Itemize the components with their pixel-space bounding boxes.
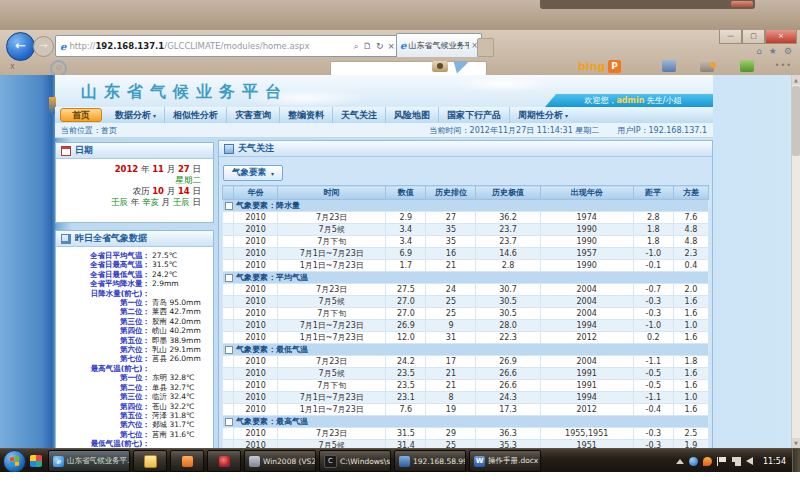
bing-badge-icon[interactable]: P (608, 60, 621, 73)
rank-value: 即墨 38.9mm (150, 336, 201, 345)
url-text[interactable]: http://192.168.137.1/GLCCLIMATE/modules/… (69, 41, 350, 51)
row-checkbox-cell (223, 428, 234, 440)
tools-gear-icon[interactable]: ⚙ (784, 46, 792, 56)
stop-icon[interactable]: × (387, 41, 395, 51)
tray-expand-icon[interactable] (676, 459, 684, 464)
table-cell: 7月下旬 (278, 380, 386, 392)
table-cell: 27.0 (386, 308, 426, 320)
action-center-flag-icon[interactable] (717, 457, 727, 466)
search-icon[interactable]: ⌕ (354, 41, 359, 52)
nav-item[interactable]: 首页 (60, 108, 102, 122)
table-cell: 1.8 (633, 236, 673, 248)
screenshot-icon[interactable] (432, 61, 448, 72)
table-cell: 2010 (234, 320, 278, 332)
back-button[interactable]: ← (6, 32, 35, 61)
calendar-ganzhi: 壬辰 年 辛亥 月 壬辰 日 (56, 197, 201, 208)
rank-label: 第三位： (56, 392, 150, 401)
scroll-up-icon[interactable]: ▲ (792, 75, 800, 85)
table-cell: 24.3 (476, 392, 540, 404)
taskbar-pinned-app1-button[interactable] (170, 450, 204, 472)
download-icon[interactable] (703, 457, 712, 466)
table-cell: 26.9 (476, 356, 540, 368)
stat-value: 2.9mm (150, 279, 179, 288)
nav-item[interactable]: 风险地图 (385, 107, 438, 123)
calendar-panel-title: 日期 (75, 144, 93, 157)
taskbar-task-button[interactable]: 192.168.58.99... (394, 450, 466, 472)
taskbar-explorer-button[interactable] (133, 450, 167, 472)
nav-item[interactable]: 数据分析▾ (107, 107, 164, 123)
browser-tab[interactable]: e 山东省气候业务平... × (396, 33, 482, 57)
refresh-icon[interactable]: ↻ (376, 41, 384, 51)
tab-title[interactable]: 山东省气候业务平... (408, 40, 469, 51)
taskbar-pinned-app2-button[interactable] (207, 450, 241, 472)
stat-line: 全省日最高气温：31.5℃ (56, 260, 209, 269)
table-header-cell: 历史排位 (426, 186, 476, 200)
nav-item[interactable]: 国家下行产品 (438, 107, 509, 123)
section-checkbox[interactable] (225, 274, 233, 282)
table-row: 20107月5候31.42535.31951-0.31.9 (223, 440, 709, 449)
home-icon[interactable]: ⌂ (756, 46, 762, 56)
table-cell: 1.9 (673, 440, 708, 449)
volume-icon[interactable] (746, 457, 753, 465)
taskbar-task-button[interactable]: Win2008 (VS2... (244, 450, 316, 472)
nav-item[interactable]: 整编资料 (279, 107, 332, 123)
table-cell: 2010 (234, 332, 278, 344)
address-bar[interactable]: e http://192.168.137.1/GLCCLIMATE/module… (55, 35, 400, 57)
notification-icon[interactable] (700, 60, 714, 72)
addon-puzzle-icon[interactable] (740, 60, 754, 72)
element-filter-button[interactable]: 气象要素▾ (223, 165, 283, 181)
desktop-background (0, 0, 800, 30)
table-cell: 35 (426, 236, 476, 248)
section-checkbox[interactable] (225, 202, 233, 210)
table-cell: 26.9 (386, 320, 426, 332)
close-button[interactable]: × (765, 30, 797, 44)
stat-line: 全省日最低气温：24.2℃ (56, 270, 209, 279)
ime-icon[interactable] (689, 457, 698, 466)
favorites-star-icon[interactable]: ★ (769, 46, 777, 56)
toolbar-overflow-icon[interactable]: ••• (775, 61, 792, 70)
start-button[interactable] (3, 450, 26, 473)
taskbar-clock[interactable]: 11:54 (757, 457, 792, 466)
maximize-button[interactable]: ▢ (742, 30, 765, 44)
compatibility-view-icon[interactable]: 🗋 (363, 41, 372, 51)
quick-launch-icon[interactable] (30, 455, 42, 467)
table-cell: 14.6 (476, 248, 540, 260)
table-cell: -0.1 (633, 260, 673, 272)
table-cell: 12.0 (386, 332, 426, 344)
forward-button[interactable]: → (33, 36, 54, 57)
show-desktop-button[interactable] (792, 449, 800, 473)
nav-item[interactable]: 相似性分析 (164, 107, 226, 123)
table-cell: 23.5 (386, 368, 426, 380)
table-cell: -1.0 (633, 320, 673, 332)
minimize-button[interactable]: — (719, 30, 742, 44)
rank-label: 第六位： (56, 345, 150, 354)
table-cell: 19 (426, 404, 476, 416)
bing-logo[interactable]: bing (578, 60, 605, 73)
table-cell: -0.3 (633, 440, 673, 449)
network-icon[interactable] (732, 457, 741, 466)
nav-item[interactable]: 天气关注 (332, 107, 385, 123)
scrollbar-thumb[interactable] (792, 86, 800, 156)
taskbar-ie-window-button[interactable]: e 山东省气候业务平... (48, 450, 130, 472)
calendar-panel: 日期 2012 年 11 月 27 日 星期二农历 10 月 14 日 壬辰 年… (55, 142, 214, 223)
section-checkbox[interactable] (225, 346, 233, 354)
new-tab-button[interactable] (477, 38, 494, 57)
table-header-checkbox-cell (223, 186, 234, 200)
nav-item[interactable]: 周期性分析▾ (509, 107, 576, 123)
mail-icon[interactable] (662, 60, 676, 72)
taskbar-task-button[interactable]: CC:\Windows\s... (319, 450, 391, 472)
table-cell: 25 (426, 440, 476, 449)
nav-item[interactable]: 灾害查询 (226, 107, 279, 123)
table-cell: -1.1 (633, 392, 673, 404)
vertical-scrollbar[interactable]: ▲ ▼ (791, 75, 800, 448)
table-cell: 2010 (234, 236, 278, 248)
toolbar-close-icon[interactable]: x (10, 62, 15, 71)
table-cell: 30.7 (476, 284, 540, 296)
table-cell: 2.8 (633, 212, 673, 224)
table-cell: 7.6 (386, 404, 426, 416)
table-section-title: 气象要素：最低气温 (236, 345, 308, 354)
section-checkbox[interactable] (225, 418, 233, 426)
taskbar-task-button[interactable]: W操作手册.docx ... (469, 450, 541, 472)
scroll-down-icon[interactable]: ▼ (792, 438, 800, 448)
table-row: 20107月5候3.43523.719901.84.8 (223, 224, 709, 236)
